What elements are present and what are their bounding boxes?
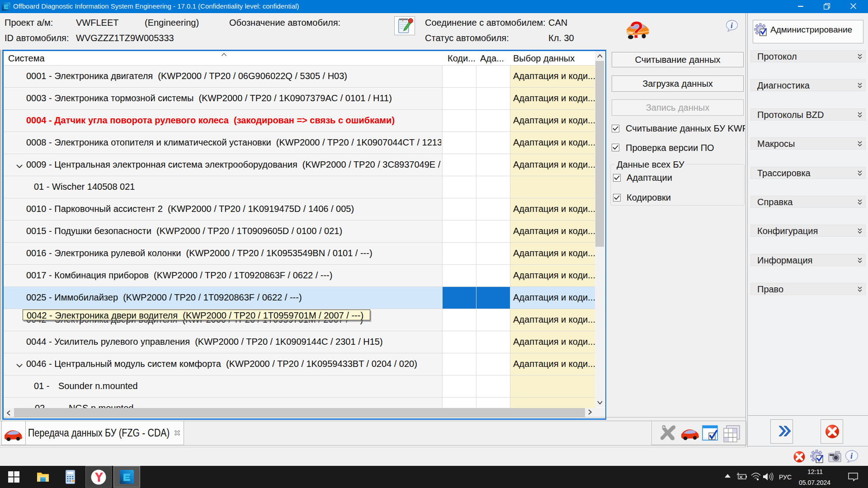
svg-text:?: ? [629,19,644,41]
svg-text:i: i [731,21,733,30]
svg-text:i: i [850,451,853,460]
